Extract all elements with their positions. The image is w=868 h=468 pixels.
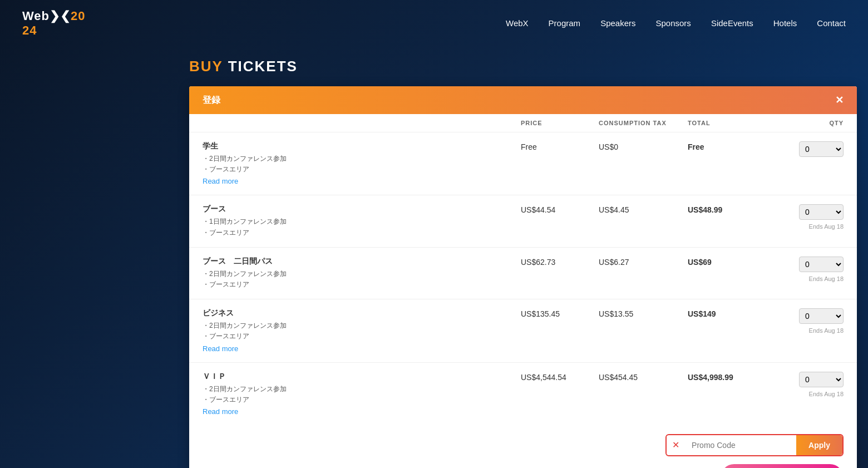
nav-links: WebXProgramSpeakersSponsorsSideEventsHot… bbox=[506, 18, 846, 28]
ticket-feature: ・2日間カンファレンス参加 bbox=[203, 384, 521, 395]
ticket-qty-select[interactable]: 012345678910 bbox=[799, 257, 844, 272]
read-more-link[interactable]: Read more bbox=[203, 344, 238, 353]
ticket-info: ブース・1日間カンファレンス参加・ブースエリア bbox=[203, 204, 521, 238]
ticket-ends-label: Ends Aug 18 bbox=[809, 391, 844, 397]
read-more-link[interactable]: Read more bbox=[203, 407, 238, 416]
nav-link-hotels[interactable]: Hotels bbox=[773, 18, 797, 28]
ticket-total: Free bbox=[688, 141, 777, 151]
nav-link-contact[interactable]: Contact bbox=[817, 18, 846, 28]
ticket-name: 学生 bbox=[203, 141, 521, 151]
ticket-tax: US$6.27 bbox=[599, 257, 688, 267]
ticket-feature: ・ブースエリア bbox=[203, 164, 521, 175]
table-header: PRICE CONSUMPTION TAX TOTAL QTY bbox=[189, 114, 857, 132]
order-row: AMEXDISCVISAMC Order Now bbox=[203, 464, 844, 468]
ticket-feature: ・ブースエリア bbox=[203, 395, 521, 405]
ticket-qty-col: 012345678910 bbox=[777, 141, 844, 157]
order-now-button[interactable]: Order Now bbox=[721, 464, 844, 468]
ticket-qty-col: 012345678910Ends Aug 18 bbox=[777, 372, 844, 397]
ticket-tax: US$454.45 bbox=[599, 372, 688, 382]
close-icon[interactable]: ✕ bbox=[835, 94, 844, 106]
bottom-section: ✕ Apply AMEXDISCVISAMC Order Now bbox=[189, 425, 857, 468]
ticket-qty-col: 012345678910Ends Aug 18 bbox=[777, 257, 844, 282]
ticket-feature: ・1日間カンファレンス参加 bbox=[203, 216, 521, 227]
title-buy: BUY bbox=[189, 58, 223, 75]
ticket-feature: ・ブースエリア bbox=[203, 228, 521, 238]
promo-code-input[interactable] bbox=[685, 436, 796, 454]
ticket-total: US$149 bbox=[688, 308, 777, 318]
ticket-info: ブース 二日間パス・2日間カンファレンス参加・ブースエリア bbox=[203, 257, 521, 290]
promo-clear-button[interactable]: ✕ bbox=[667, 436, 685, 454]
col-header-price: PRICE bbox=[521, 120, 599, 126]
ticket-tax: US$0 bbox=[599, 141, 688, 151]
nav-link-sideevents[interactable]: SideEvents bbox=[711, 18, 753, 28]
page-title: BUY TICKETS bbox=[0, 47, 868, 81]
col-header-name bbox=[203, 120, 521, 126]
ticket-qty-select[interactable]: 012345678910 bbox=[799, 141, 844, 157]
ticket-name: ブース bbox=[203, 204, 521, 214]
ticket-row: ブース 二日間パス・2日間カンファレンス参加・ブースエリアUS$62.73US$… bbox=[189, 248, 857, 299]
ticket-ends-label: Ends Aug 18 bbox=[809, 275, 844, 282]
col-header-total: TOTAL bbox=[688, 120, 777, 126]
ticket-total: US$48.99 bbox=[688, 204, 777, 214]
site-logo: Web❯❮2024 bbox=[22, 9, 86, 38]
ticket-qty-select[interactable]: 012345678910 bbox=[799, 308, 844, 324]
ticket-price: US$4,544.54 bbox=[521, 372, 599, 382]
nav-link-speakers[interactable]: Speakers bbox=[600, 18, 635, 28]
ticket-total: US$69 bbox=[688, 257, 777, 267]
ticket-info: ＶＩＰ・2日間カンファレンス参加・ブースエリアRead more bbox=[203, 372, 521, 416]
section-title: 登録 bbox=[203, 95, 220, 106]
ticket-price: US$44.54 bbox=[521, 204, 599, 214]
ticket-name: ビジネス bbox=[203, 308, 521, 318]
ticket-row: ＶＩＰ・2日間カンファレンス参加・ブースエリアRead moreUS$4,544… bbox=[189, 363, 857, 425]
ticket-price: US$62.73 bbox=[521, 257, 599, 267]
read-more-link[interactable]: Read more bbox=[203, 177, 238, 185]
col-header-tax: CONSUMPTION TAX bbox=[599, 120, 688, 126]
ticket-row: 学生・2日間カンファレンス参加・ブースエリアRead moreFreeUS$0F… bbox=[189, 132, 857, 195]
ticket-qty-col: 012345678910Ends Aug 18 bbox=[777, 204, 844, 230]
ticket-form: 登録 ✕ PRICE CONSUMPTION TAX TOTAL QTY 学生・… bbox=[189, 86, 857, 468]
ticket-feature: ・ブースエリア bbox=[203, 279, 521, 290]
navigation: Web❯❮2024 WebXProgramSpeakersSponsorsSid… bbox=[0, 0, 868, 47]
apply-button[interactable]: Apply bbox=[796, 435, 842, 455]
promo-row: ✕ Apply bbox=[665, 434, 844, 456]
ticket-qty-select[interactable]: 012345678910 bbox=[799, 204, 844, 220]
ticket-qty-select[interactable]: 012345678910 bbox=[799, 372, 844, 387]
ticket-price: US$135.45 bbox=[521, 308, 599, 318]
promo-box: ✕ Apply bbox=[665, 434, 844, 456]
ticket-name: ＶＩＰ bbox=[203, 372, 521, 382]
title-rest: TICKETS bbox=[223, 58, 297, 75]
ticket-tax: US$4.45 bbox=[599, 204, 688, 214]
ticket-feature: ・2日間カンファレンス参加 bbox=[203, 269, 521, 279]
ticket-info: 学生・2日間カンファレンス参加・ブースエリアRead more bbox=[203, 141, 521, 186]
ticket-total: US$4,998.99 bbox=[688, 372, 777, 382]
col-header-qty: QTY bbox=[777, 120, 844, 126]
ticket-tax: US$13.55 bbox=[599, 308, 688, 318]
ticket-row: ブース・1日間カンファレンス参加・ブースエリアUS$44.54US$4.45US… bbox=[189, 195, 857, 247]
nav-link-webx[interactable]: WebX bbox=[506, 18, 529, 28]
nav-link-program[interactable]: Program bbox=[549, 18, 581, 28]
ticket-ends-label: Ends Aug 18 bbox=[809, 327, 844, 334]
ticket-name: ブース 二日間パス bbox=[203, 257, 521, 267]
section-header: 登録 ✕ bbox=[189, 86, 857, 114]
ticket-info: ビジネス・2日間カンファレンス参加・ブースエリアRead more bbox=[203, 308, 521, 353]
ticket-ends-label: Ends Aug 18 bbox=[809, 223, 844, 230]
nav-link-sponsors[interactable]: Sponsors bbox=[656, 18, 691, 28]
ticket-feature: ・2日間カンファレンス参加 bbox=[203, 154, 521, 164]
ticket-rows: 学生・2日間カンファレンス参加・ブースエリアRead moreFreeUS$0F… bbox=[189, 132, 857, 425]
ticket-price: Free bbox=[521, 141, 599, 151]
ticket-feature: ・ブースエリア bbox=[203, 331, 521, 342]
ticket-qty-col: 012345678910Ends Aug 18 bbox=[777, 308, 844, 334]
ticket-feature: ・2日間カンファレンス参加 bbox=[203, 321, 521, 331]
ticket-row: ビジネス・2日間カンファレンス参加・ブースエリアRead moreUS$135.… bbox=[189, 299, 857, 362]
